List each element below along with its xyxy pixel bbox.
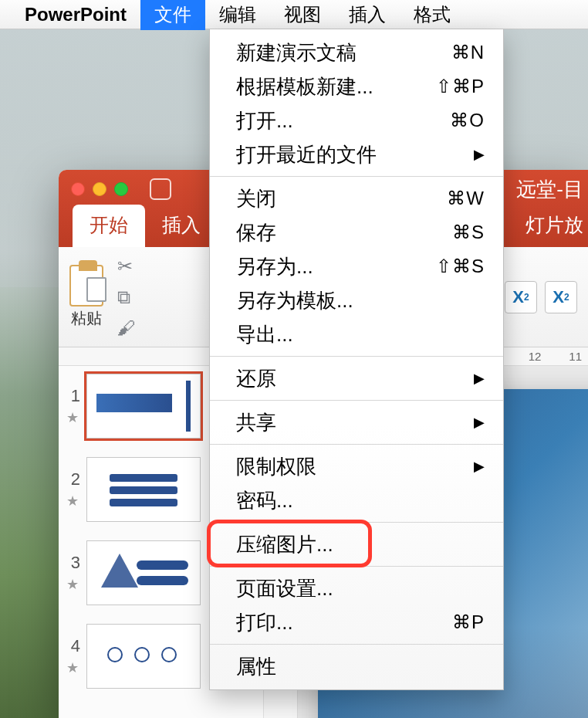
- menu-item-label: 打印...: [236, 608, 293, 636]
- menu-item-label: 另存为模板...: [236, 286, 353, 314]
- paste-group: 粘贴: [69, 265, 103, 329]
- menu-file[interactable]: 文件: [140, 0, 205, 30]
- menu-item-label: 根据模板新建...: [236, 73, 373, 100]
- copy-icon[interactable]: ⧉: [117, 286, 136, 308]
- format-painter-icon[interactable]: 🖌: [117, 317, 136, 339]
- menu-item-label: 导出...: [236, 320, 293, 348]
- menu-shortcut: ⌘N: [451, 39, 485, 66]
- slide-number: 2: [66, 469, 80, 489]
- menu-shortcut: ⇧⌘S: [436, 252, 485, 280]
- submenu-arrow-icon: ▶: [474, 408, 485, 436]
- menu-item[interactable]: 打印...⌘P: [210, 605, 503, 639]
- menu-shortcut: ⌘O: [450, 107, 485, 134]
- menu-item-label: 压缩图片...: [236, 530, 333, 558]
- window-minimize-button[interactable]: [93, 182, 106, 196]
- menu-item-label: 打开...: [236, 107, 293, 134]
- menu-item[interactable]: 还原▶: [210, 361, 503, 395]
- paste-label[interactable]: 粘贴: [71, 308, 102, 329]
- menu-item[interactable]: 另存为模板...: [210, 283, 503, 317]
- clipboard-icon[interactable]: [69, 265, 103, 307]
- menu-item-label: 关闭: [236, 185, 276, 212]
- menu-item[interactable]: 关闭⌘W: [210, 181, 503, 215]
- menu-item-label: 打开最近的文件: [236, 141, 377, 168]
- menu-item-label: 还原: [236, 364, 276, 392]
- window-zoom-button[interactable]: [114, 182, 128, 196]
- menu-item[interactable]: 导出...: [210, 317, 503, 351]
- menu-format[interactable]: 格式: [400, 0, 465, 30]
- menu-item-label: 页面设置...: [236, 574, 333, 602]
- menu-item[interactable]: 属性: [210, 649, 503, 683]
- macos-menubar: PowerPoint 文件 编辑 视图 插入 格式: [0, 0, 588, 29]
- menu-item[interactable]: 压缩图片...: [210, 527, 503, 561]
- slide-thumbnail-4[interactable]: [86, 624, 201, 689]
- animation-star-icon: ★: [66, 409, 80, 426]
- menu-insert[interactable]: 插入: [335, 0, 400, 30]
- slide-number: 4: [66, 636, 80, 656]
- subscript-button[interactable]: X2: [545, 281, 577, 313]
- menu-shortcut: ⇧⌘P: [436, 73, 485, 100]
- submenu-arrow-icon: ▶: [474, 452, 485, 480]
- menu-item[interactable]: 打开最近的文件▶: [210, 137, 503, 171]
- menu-item-label: 新建演示文稿: [236, 39, 357, 66]
- ruler-mark: 11: [569, 350, 582, 363]
- menu-shortcut: ⌘P: [452, 608, 485, 636]
- animation-star-icon: ★: [66, 576, 80, 593]
- menu-item[interactable]: 密码...: [210, 483, 503, 517]
- file-menu-dropdown: 新建演示文稿⌘N根据模板新建...⇧⌘P打开...⌘O打开最近的文件▶关闭⌘W保…: [209, 29, 504, 690]
- menu-item-label: 属性: [236, 652, 276, 680]
- menu-item-label: 另存为...: [236, 252, 313, 280]
- window-close-button[interactable]: [71, 182, 85, 196]
- slide-thumbnail-3[interactable]: [86, 540, 201, 605]
- menu-item[interactable]: 新建演示文稿⌘N: [210, 36, 503, 69]
- ruler-mark: 12: [529, 350, 542, 363]
- submenu-arrow-icon: ▶: [474, 141, 485, 168]
- menu-shortcut: ⌘S: [452, 218, 485, 246]
- slide-thumbnail-1[interactable]: [86, 374, 201, 439]
- menu-item[interactable]: 限制权限▶: [210, 449, 503, 483]
- menu-item-label: 密码...: [236, 486, 293, 514]
- menu-edit[interactable]: 编辑: [205, 0, 270, 30]
- tab-insert[interactable]: 插入: [145, 205, 218, 247]
- slide-number: 3: [66, 553, 80, 573]
- submenu-arrow-icon: ▶: [474, 364, 485, 392]
- cut-icon[interactable]: ✂: [117, 256, 136, 277]
- app-name[interactable]: PowerPoint: [25, 4, 127, 25]
- quick-access-icon[interactable]: [150, 178, 171, 200]
- slide-thumbnail-2[interactable]: [86, 457, 201, 522]
- tab-home[interactable]: 开始: [73, 205, 145, 247]
- menu-shortcut: ⌘W: [447, 185, 485, 212]
- menu-item-label: 共享: [236, 408, 276, 436]
- superscript-button[interactable]: X2: [505, 281, 537, 313]
- tab-slideshow-fragment[interactable]: 灯片放: [521, 205, 588, 247]
- window-title: 远堂-目: [516, 176, 588, 203]
- menu-view[interactable]: 视图: [270, 0, 335, 30]
- menu-item[interactable]: 保存⌘S: [210, 215, 503, 249]
- clipboard-tools: ✂ ⧉ 🖌: [117, 256, 136, 339]
- animation-star-icon: ★: [66, 493, 80, 510]
- menu-item[interactable]: 页面设置...: [210, 571, 503, 605]
- menu-item[interactable]: 根据模板新建...⇧⌘P: [210, 69, 503, 103]
- menu-item[interactable]: 另存为...⇧⌘S: [210, 249, 503, 283]
- menu-item-label: 保存: [236, 218, 276, 246]
- animation-star-icon: ★: [66, 659, 80, 676]
- menu-item-label: 限制权限: [236, 452, 316, 480]
- slide-number: 1: [66, 386, 80, 406]
- menu-item[interactable]: 共享▶: [210, 405, 503, 439]
- menu-item[interactable]: 打开...⌘O: [210, 103, 503, 137]
